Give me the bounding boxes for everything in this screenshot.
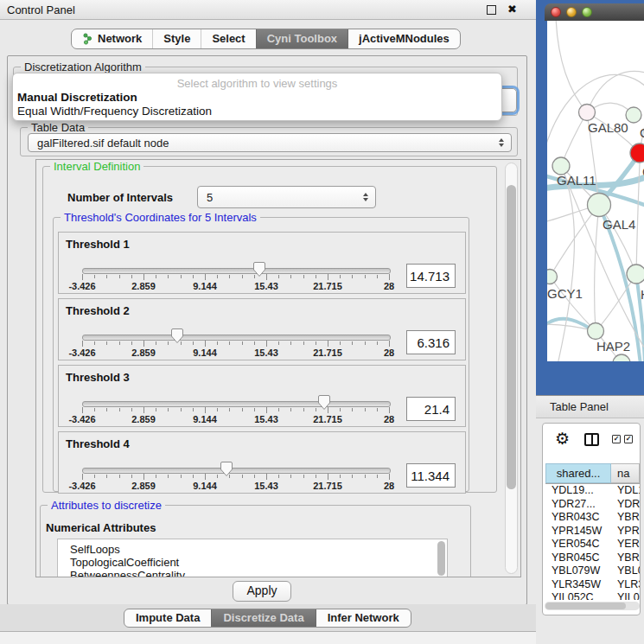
- axis-tick: [377, 408, 378, 411]
- threshold-slider-track[interactable]: [82, 468, 391, 474]
- axis-tick: [352, 341, 353, 345]
- network-node-ga[interactable]: [626, 107, 641, 123]
- axis-tick: [352, 408, 353, 411]
- checkbox-icon[interactable]: ✓: [612, 435, 621, 443]
- table-row[interactable]: YDR27...YDR2: [545, 498, 640, 512]
- table-row[interactable]: YBR043CYBR0: [545, 511, 640, 525]
- attribute-item[interactable]: SelfLoops: [70, 543, 120, 556]
- threshold-slider-track[interactable]: [82, 268, 391, 274]
- threshold-value-field[interactable]: 6.316: [406, 330, 456, 354]
- close-icon[interactable]: ✖: [507, 3, 517, 16]
- network-node-c[interactable]: [630, 143, 644, 163]
- gear-icon[interactable]: ⚙: [555, 429, 570, 448]
- table-row[interactable]: YIL052CYIL0: [545, 591, 640, 600]
- threshold-slider-thumb[interactable]: [170, 328, 184, 344]
- axis-tick: [340, 475, 341, 478]
- split-columns-icon[interactable]: [584, 433, 599, 446]
- threshold-value-field[interactable]: 21.4: [406, 397, 456, 421]
- tab-network[interactable]: Network: [72, 29, 152, 48]
- axis-tick: [290, 475, 291, 478]
- axis-tick: [266, 407, 267, 413]
- scrollbar-thumb[interactable]: [507, 185, 516, 489]
- network-window-titlebar[interactable]: [545, 3, 644, 21]
- number-of-intervals-combobox[interactable]: 5: [197, 186, 376, 208]
- tab-cyni-toolbox[interactable]: Cyni Toolbox: [256, 29, 348, 48]
- table-row[interactable]: YLR345WYLR3: [545, 578, 640, 592]
- table-row[interactable]: YPR145WYPR1: [545, 525, 640, 539]
- threshold-slider-thumb[interactable]: [317, 394, 331, 411]
- axis-tick: [389, 474, 390, 480]
- axis-tick: [328, 474, 328, 480]
- axis-tick: [217, 275, 218, 278]
- table-data-combobox[interactable]: galFiltered.sif default node: [28, 133, 512, 152]
- axis-tick-label: 9.144: [183, 414, 226, 424]
- attribute-item[interactable]: TopologicalCoefficient: [70, 556, 179, 569]
- apply-button[interactable]: Apply: [233, 581, 291, 602]
- attribute-item[interactable]: BetweennessCentrality: [70, 569, 185, 577]
- axis-tick: [290, 275, 291, 278]
- network-node-gcy1[interactable]: [547, 270, 558, 284]
- threshold-slider-thumb[interactable]: [252, 261, 266, 277]
- axis-tick: [266, 274, 267, 280]
- tab-discretize-data[interactable]: Discretize Data: [211, 609, 315, 627]
- table-panel-body: ⚙ ✓ ✓ shared... na YDL19...YDL1YDR27...Y…: [536, 418, 644, 644]
- list-scrollbar[interactable]: [437, 541, 446, 577]
- network-edge[interactable]: [556, 21, 587, 112]
- tab-impute-data[interactable]: Impute Data: [124, 609, 211, 627]
- minimize-button-icon[interactable]: [566, 7, 577, 17]
- network-node-gal4[interactable]: [588, 194, 611, 217]
- threshold-value-field[interactable]: 14.713: [406, 264, 456, 288]
- table-card: ⚙ ✓ ✓ shared... na YDL19...YDL1YDR27...Y…: [542, 423, 641, 615]
- table-row[interactable]: YBL079WYBL0: [545, 564, 640, 578]
- tab-style[interactable]: Style: [152, 29, 201, 48]
- network-node-hap2[interactable]: [588, 323, 604, 340]
- table-row[interactable]: YDL19...YDL1: [545, 484, 640, 498]
- axis-tick: [290, 408, 291, 411]
- axis-tick: [316, 341, 316, 345]
- network-edge[interactable]: [558, 166, 574, 361]
- scrollbar-thumb[interactable]: [545, 603, 626, 609]
- network-node-label: GA: [640, 125, 644, 140]
- float-window-icon[interactable]: [487, 5, 496, 15]
- dropdown-option[interactable]: Manual Discretization: [17, 91, 137, 104]
- threshold-box-4: Threshold 4-3.4262.8599.14415.4321.71528…: [58, 431, 466, 494]
- tab-label: Infer Network: [328, 609, 399, 627]
- axis-tick-label: 9.144: [183, 348, 226, 358]
- axis-tick: [119, 341, 120, 345]
- dropdown-option[interactable]: Equal Width/Frequency Discretization: [17, 105, 212, 118]
- axis-tick-label: 2.859: [122, 481, 165, 491]
- axis-tick: [365, 275, 366, 278]
- network-node-h[interactable]: [627, 265, 644, 284]
- network-canvas[interactable]: GAL80GACGAL11GAL4GCY1HHAP2: [547, 21, 644, 361]
- network-edge[interactable]: [550, 277, 596, 331]
- table-horizontal-scrollbar[interactable]: [545, 602, 640, 610]
- table-row[interactable]: YBR045CYBR0: [545, 552, 640, 565]
- numerical-attributes-list[interactable]: SelfLoopsTopologicalCoefficientBetweenne…: [57, 539, 448, 577]
- axis-tick-label: 21.715: [306, 281, 349, 291]
- column-header-name[interactable]: na: [611, 463, 640, 483]
- checkbox-icon[interactable]: ✓: [624, 435, 633, 443]
- network-node-gal80[interactable]: [579, 105, 596, 121]
- threshold-value-field[interactable]: 11.344: [406, 463, 456, 488]
- threshold-slider-track[interactable]: [82, 401, 391, 407]
- close-button-icon[interactable]: [551, 7, 561, 17]
- threshold-slider-track[interactable]: [82, 335, 391, 341]
- interval-definition-group: Interval Definition Number of Intervals …: [42, 166, 497, 493]
- panel-scrollbar[interactable]: [505, 163, 518, 574]
- zoom-button-icon[interactable]: [582, 7, 592, 17]
- axis-tick: [106, 408, 107, 411]
- scrollbar-thumb[interactable]: [437, 541, 445, 576]
- axis-tick: [156, 475, 156, 478]
- axis-tick: [168, 341, 169, 345]
- network-node-label: HAP2: [596, 339, 630, 354]
- axis-tick: [193, 475, 194, 478]
- axis-tick: [131, 408, 132, 411]
- network-node-gal11[interactable]: [552, 157, 570, 175]
- tab-select[interactable]: Select: [201, 29, 255, 48]
- table-row[interactable]: YER054CYER0: [545, 538, 640, 552]
- network-edge[interactable]: [595, 205, 599, 331]
- column-header-shared-name[interactable]: shared...: [545, 463, 611, 483]
- threshold-slider-thumb[interactable]: [220, 461, 233, 477]
- tab-infer-network[interactable]: Infer Network: [316, 609, 411, 627]
- tab-jactivemnodules[interactable]: jActiveMNodules: [348, 29, 460, 48]
